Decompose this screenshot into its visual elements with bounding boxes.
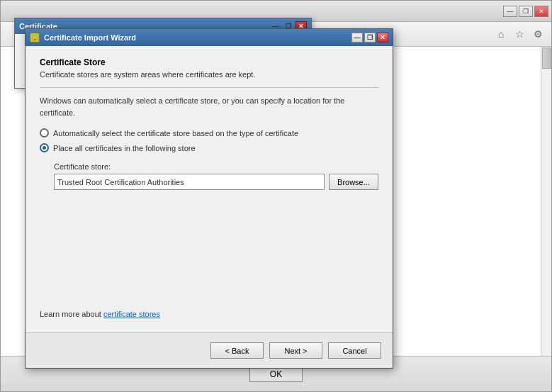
learn-more-link[interactable]: certificate stores [103, 310, 160, 318]
wizard-footer: < Back Next > Cancel [26, 332, 393, 368]
home-icon[interactable]: ⌂ [493, 26, 509, 42]
wizard-title-group: 🔒 Certificate Import Wizard [30, 33, 136, 43]
cert-store-input[interactable] [54, 174, 325, 190]
wizard-minimize-btn[interactable]: — [351, 33, 363, 43]
divider [40, 87, 378, 88]
wizard-title: Certificate Import Wizard [44, 33, 136, 42]
wizard-maximize-btn[interactable]: ❐ [364, 33, 376, 43]
cert-store-row: Browse... [54, 174, 378, 190]
back-button[interactable]: < Back [210, 342, 264, 359]
wizard-title-icon: 🔒 [30, 33, 40, 43]
wizard-content: Certificate Store Certificate stores are… [26, 46, 393, 201]
section-header: Certificate Store [40, 57, 378, 67]
wizard-dialog: 🔒 Certificate Import Wizard — ❐ ✕ Certif… [25, 28, 393, 369]
radio-item-manual[interactable]: Place all certificates in the following … [40, 143, 378, 152]
radio-auto-label: Automatically select the certificate sto… [53, 129, 298, 138]
browser-close-btn[interactable]: ✕ [534, 6, 548, 17]
wizard-titlebar-btns: — ❐ ✕ [351, 33, 388, 43]
wizard-close-btn[interactable]: ✕ [377, 33, 388, 43]
instruction-text: Windows can automatically select a certi… [40, 95, 378, 118]
radio-group: Automatically select the certificate sto… [40, 128, 378, 152]
settings-icon[interactable]: ⚙ [530, 26, 546, 42]
radio-item-auto[interactable]: Automatically select the certificate sto… [40, 128, 378, 138]
scrollbar[interactable] [541, 47, 551, 356]
wizard-titlebar: 🔒 Certificate Import Wizard — ❐ ✕ [26, 29, 393, 46]
scrollbar-thumb[interactable] [542, 47, 551, 69]
radio-manual-label: Place all certificates in the following … [53, 144, 196, 152]
next-button[interactable]: Next > [269, 342, 322, 359]
star-icon[interactable]: ☆ [512, 26, 527, 42]
browse-button[interactable]: Browse... [329, 174, 378, 190]
browser-minimize-btn[interactable]: — [503, 6, 517, 17]
cancel-button[interactable]: Cancel [328, 342, 381, 359]
radio-manual-circle[interactable] [40, 143, 49, 152]
cert-store-label: Certificate store: [54, 162, 378, 171]
browser-maximize-btn[interactable]: ❐ [519, 6, 533, 17]
radio-auto-circle[interactable] [40, 128, 49, 138]
learn-more-text: Learn more about certificate stores [40, 310, 160, 318]
section-desc: Certificate stores are system areas wher… [40, 70, 378, 79]
